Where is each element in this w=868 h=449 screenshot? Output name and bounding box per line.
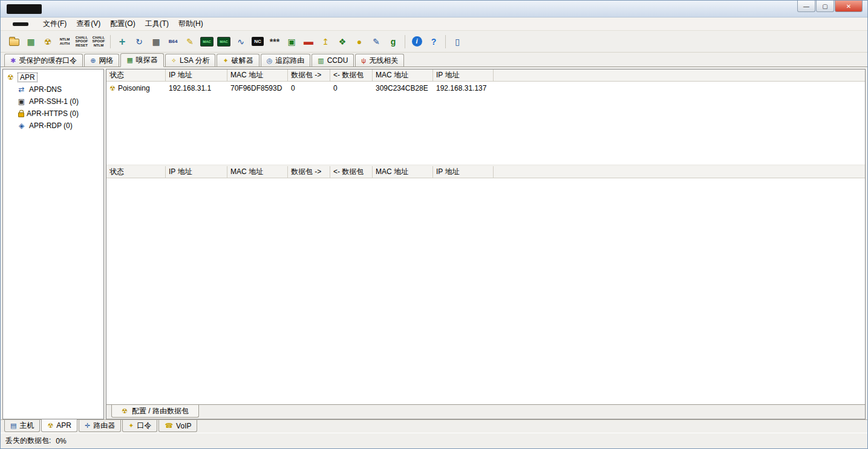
menu-file[interactable]: 文件(F)	[38, 18, 71, 30]
menu-view[interactable]: 查看(V)	[71, 18, 105, 30]
tab-label: 破解器	[232, 56, 253, 66]
column-header-ip-right[interactable]: IP 地址	[433, 69, 494, 81]
radioactive-icon: ☢	[5, 73, 16, 82]
cell-ip-right: 192.168.31.137	[433, 84, 494, 92]
statusbar: 丢失的数据包: 0%	[1, 433, 867, 448]
cell-mac-right: 309C234CB28E	[373, 84, 433, 92]
checkerboard-icon[interactable]: ▦	[148, 34, 164, 50]
column-header-ip-left[interactable]: IP 地址	[166, 166, 227, 178]
table-row[interactable]: ☢ Poisoning 192.168.31.1 70F96DF8593D 0 …	[106, 82, 865, 95]
edit-page-icon[interactable]: ✎	[368, 34, 384, 50]
tab-passwords[interactable]: ✦ 口令	[122, 420, 157, 432]
upload-icon[interactable]: ↥	[318, 34, 333, 50]
column-header-mac-left[interactable]: MAC 地址	[227, 166, 288, 178]
content-tabstrip: ☢ 配置 / 路由数据包	[106, 404, 865, 419]
titlebar[interactable]: — ▢ ✕	[1, 1, 867, 18]
info-icon[interactable]: i	[409, 34, 425, 50]
tab-label: 主机	[19, 421, 34, 431]
column-header-packets-to[interactable]: 数据包 ->	[288, 166, 330, 178]
tab-label: 路由器	[93, 421, 115, 431]
menu-help[interactable]: 帮助(H)	[174, 18, 208, 30]
open-file-icon[interactable]	[6, 34, 22, 50]
tab-protected-passwords[interactable]: ✱ 受保护的缓存口令	[4, 54, 83, 66]
column-header-mac-right[interactable]: MAC 地址	[373, 166, 433, 178]
tab-sniffer[interactable]: ▦ 嗅探器	[120, 53, 163, 67]
tab-wireless[interactable]: ψ 无线相关	[355, 54, 404, 66]
cell-packets-to: 0	[288, 84, 330, 92]
globe-icon: ⊕	[90, 57, 96, 65]
sphere-icon[interactable]: ●	[351, 34, 367, 50]
tab-apr[interactable]: ☢ APR	[41, 419, 77, 432]
column-header-status[interactable]: 状态	[106, 166, 166, 178]
tab-routers[interactable]: ✛ 路由器	[79, 420, 121, 432]
exit-icon[interactable]: ▯	[449, 34, 465, 50]
tree-item-label: APR-HTTPS (0)	[27, 109, 79, 118]
mac-monitor-icon[interactable]: MAC	[216, 34, 232, 50]
maximize-button[interactable]: ▢	[816, 1, 834, 12]
sniffer-icon: ▦	[126, 56, 132, 64]
bottom-tabstrip: ▤ 主机 ☢ APR ✛ 路由器 ✦ 口令 ☎ VoIP	[1, 419, 867, 433]
start-stop-apr-icon[interactable]: ☢	[40, 34, 56, 50]
tree-item-apr-https[interactable]: APR-HTTPS (0)	[3, 108, 103, 120]
tab-label: 配置 / 路由数据包	[132, 406, 189, 416]
column-header-mac-right[interactable]: MAC 地址	[373, 69, 433, 81]
notes-icon[interactable]: ✎	[182, 34, 198, 50]
column-header-packets-to[interactable]: 数据包 ->	[288, 69, 330, 81]
top-tabstrip: ✱ 受保护的缓存口令 ⊕ 网络 ▦ 嗅探器 ✧ LSA 分析 ✦ 破解器 ◎ 追…	[1, 53, 867, 67]
mac-screen2-icon: MAC	[217, 37, 230, 47]
content-area: ☢ APR ⇄ APR-DNS ▣ APR-SSH-1 (0) APR-HTTP…	[1, 67, 867, 419]
tab-label: LSA 分析	[180, 56, 209, 66]
router-arrows-icon: ✛	[85, 422, 90, 430]
dns-icon: ⇄	[16, 85, 27, 94]
ntlm-auth-icon[interactable]: NTLM AUTH	[57, 34, 73, 50]
messenger-icon[interactable]: g	[385, 34, 401, 50]
chall-spoof-reset-icon[interactable]: CHALL SPOOF RESET	[74, 34, 90, 50]
menu-tools[interactable]: 工具(T)	[140, 18, 174, 30]
minimize-button[interactable]: —	[797, 1, 815, 12]
wiretap-icon[interactable]: ∿	[233, 34, 249, 50]
radioactive-icon: ☢	[122, 407, 128, 415]
tab-lsa-secrets[interactable]: ✧ LSA 分析	[165, 54, 216, 66]
menu-configure[interactable]: 配置(O)	[105, 18, 140, 30]
lock-icon	[18, 112, 24, 117]
tab-label: 网络	[99, 56, 113, 66]
column-header-mac-left[interactable]: MAC 地址	[227, 69, 288, 81]
tree-item-apr-dns[interactable]: ⇄ APR-DNS	[3, 83, 103, 95]
cell-mac-left: 70F96DF8593D	[227, 84, 288, 92]
traceroute-icon: ◎	[267, 57, 273, 65]
app-window: — ▢ ✕ 文件(F) 查看(V) 配置(O) 工具(T) 帮助(H) ▦ ☢ …	[0, 0, 868, 449]
cracker-key-icon: ✦	[223, 57, 228, 65]
tab-traceroute[interactable]: ◎ 追踪路由	[261, 54, 311, 66]
column-header-packets-from[interactable]: <- 数据包	[330, 69, 373, 81]
column-header-ip-right[interactable]: IP 地址	[433, 166, 494, 178]
tab-hosts[interactable]: ▤ 主机	[4, 420, 40, 432]
rdp-screen-icon[interactable]: ▬	[301, 34, 316, 50]
tab-config-routed-packets[interactable]: ☢ 配置 / 路由数据包	[111, 405, 199, 418]
remote-console-icon[interactable]: ▣	[284, 34, 299, 50]
toolbar-separator	[445, 35, 446, 48]
upper-list-header: 状态 IP 地址 MAC 地址 数据包 -> <- 数据包 MAC 地址 IP …	[106, 69, 865, 82]
tab-cracker[interactable]: ✦ 破解器	[217, 54, 259, 66]
password-list-icon[interactable]: ***	[267, 34, 282, 50]
network-adapter-icon[interactable]: ▦	[23, 34, 39, 50]
tree-item-apr-ssh1[interactable]: ▣ APR-SSH-1 (0)	[3, 95, 103, 108]
tab-voip[interactable]: ☎ VoIP	[158, 420, 197, 432]
base64-icon[interactable]: B64	[165, 34, 181, 50]
tab-network[interactable]: ⊕ 网络	[84, 54, 119, 66]
mac-scanner-icon[interactable]: MAC	[199, 34, 215, 50]
close-button[interactable]: ✕	[835, 1, 863, 12]
column-header-status[interactable]: 状态	[106, 69, 166, 81]
tree-item-apr-rdp[interactable]: ◈ APR-RDP (0)	[3, 120, 103, 132]
apr-status-list: 状态 IP 地址 MAC 地址 数据包 -> <- 数据包 MAC 地址 IP …	[106, 69, 865, 166]
menubar: 文件(F) 查看(V) 配置(O) 工具(T) 帮助(H)	[1, 18, 867, 31]
add-to-list-icon[interactable]: +	[114, 34, 130, 50]
help-icon[interactable]: ?	[426, 34, 442, 50]
netcat-icon[interactable]: NC	[250, 34, 266, 50]
tab-ccdu[interactable]: ▥ CCDU	[312, 54, 354, 66]
restore-icon[interactable]: ↻	[131, 34, 147, 50]
certificates-icon[interactable]: ❖	[334, 34, 350, 50]
column-header-packets-from[interactable]: <- 数据包	[330, 166, 373, 178]
chall-spoof-ntlm-icon[interactable]: CHALL SPOOF NTLM	[91, 34, 106, 50]
column-header-ip-left[interactable]: IP 地址	[166, 69, 227, 81]
tree-item-apr[interactable]: ☢ APR	[3, 71, 103, 83]
